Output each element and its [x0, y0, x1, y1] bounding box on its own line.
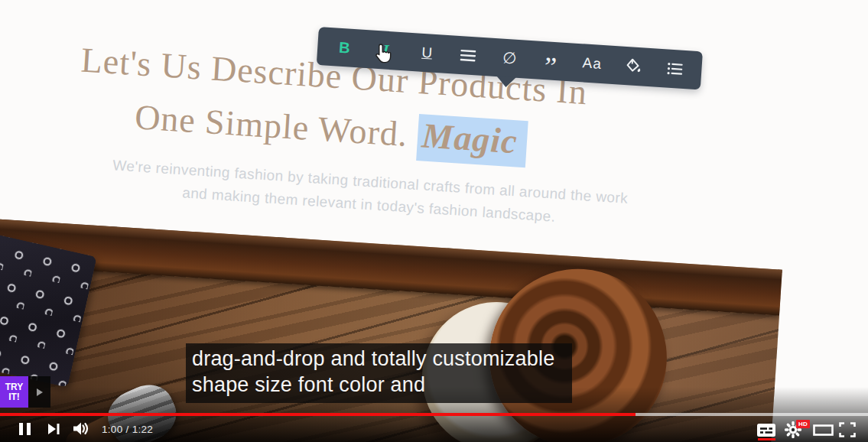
bold-button[interactable]: B — [327, 31, 361, 64]
youtube-video-player: Let's Us Describe Our Products In One Si… — [0, 0, 868, 442]
quote-button[interactable]: ” — [534, 44, 567, 77]
studded-fabric — [0, 231, 97, 388]
pause-icon — [18, 422, 31, 436]
fill-color-button[interactable] — [616, 50, 650, 83]
underline-button[interactable]: U — [410, 37, 444, 70]
fullscreen-icon — [839, 422, 856, 437]
align-button[interactable] — [451, 39, 485, 72]
volume-button[interactable] — [73, 421, 89, 438]
theater-mode-icon — [813, 424, 834, 436]
hero-photo — [0, 219, 782, 442]
progress-played — [0, 413, 636, 416]
align-icon — [460, 49, 476, 62]
heading-highlighted-word[interactable]: Magic — [416, 114, 528, 167]
captions-active-underline — [758, 438, 775, 440]
fullscreen-button[interactable] — [839, 422, 856, 440]
unlink-button[interactable]: ∅ — [493, 42, 526, 75]
captions-button[interactable] — [757, 424, 775, 439]
try-it-card[interactable]: TRY IT! — [0, 376, 28, 408]
progress-bar[interactable] — [0, 413, 868, 416]
next-button[interactable] — [47, 423, 60, 437]
caption-line1: drag-and-drop and totally customizable — [192, 346, 564, 372]
hand-cursor-icon — [374, 43, 392, 64]
font-size-button[interactable]: Aa — [575, 47, 609, 80]
volume-icon — [73, 421, 89, 436]
next-icon — [47, 423, 60, 435]
hd-quality-badge: HD — [796, 420, 810, 428]
quote-icon: ” — [545, 63, 558, 71]
caption-overlay: drag-and-drop and totally customizable s… — [186, 343, 572, 403]
player-controls: 1:00 / 1:22 HD — [0, 418, 868, 442]
paint-fill-icon — [625, 58, 642, 74]
toolbar-caret — [496, 76, 516, 88]
theater-mode-button[interactable] — [813, 424, 834, 438]
time-display: 1:00 / 1:22 — [102, 424, 153, 435]
pause-button[interactable] — [18, 422, 31, 438]
heading-line2: One Simple Word. — [134, 97, 419, 154]
list-button[interactable] — [658, 53, 691, 86]
captions-icon — [757, 424, 775, 437]
card-thumbnail[interactable] — [28, 376, 50, 408]
caption-line2: shape size font color and — [192, 372, 564, 398]
unlink-icon: ∅ — [502, 49, 517, 68]
bullet-list-icon — [667, 63, 683, 76]
play-triangle-icon — [37, 388, 43, 396]
